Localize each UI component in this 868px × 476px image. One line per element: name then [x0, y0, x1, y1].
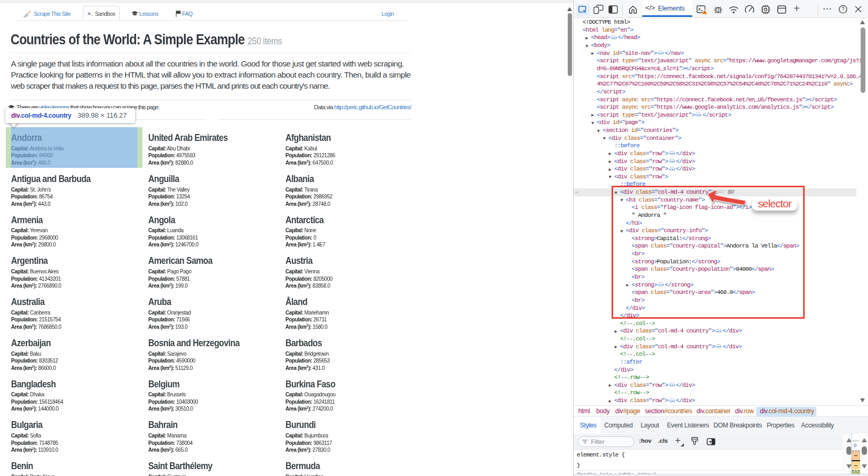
svg-text:?: ? [842, 6, 845, 12]
